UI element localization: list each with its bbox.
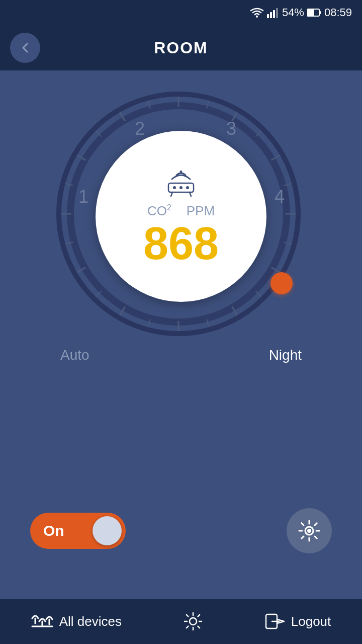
main-content: 1 2 3 4 (0, 70, 362, 599)
dial-number-1: 1 (78, 186, 88, 207)
logout-label: Logout (291, 614, 331, 629)
svg-line-33 (96, 131, 101, 136)
status-icons: 54% 08:59 (250, 6, 352, 19)
co2-label-row: CO2 PPM (147, 203, 215, 219)
svg-point-0 (256, 16, 258, 18)
svg-point-44 (307, 529, 311, 533)
nav-all-devices[interactable]: All devices (31, 612, 122, 630)
svg-rect-7 (319, 11, 321, 14)
dial-center: CO2 PPM 868 (96, 131, 266, 302)
mode-indicator-dot[interactable] (270, 272, 293, 294)
toggle-label: On (43, 522, 64, 539)
svg-rect-4 (276, 8, 278, 18)
svg-point-39 (179, 186, 183, 189)
svg-point-46 (190, 618, 197, 625)
time-display: 08:59 (324, 6, 352, 19)
svg-point-40 (186, 186, 189, 189)
wifi-icon (250, 7, 264, 18)
ppm-label: PPM (187, 203, 215, 219)
dial-number-4: 4 (275, 186, 285, 207)
co2-label: CO2 (147, 203, 171, 219)
dial-number-3: 3 (226, 118, 236, 139)
svg-line-27 (96, 291, 101, 296)
bottom-navigation: All devices Logout (0, 599, 362, 644)
dial-container: 1 2 3 4 (55, 91, 307, 342)
battery-percent: 54% (282, 6, 304, 19)
status-bar: 54% 08:59 (0, 0, 362, 25)
battery-icon (307, 7, 321, 18)
svg-line-15 (255, 131, 261, 136)
mode-labels: Auto Night (60, 347, 302, 363)
back-button[interactable] (10, 33, 40, 63)
nav-settings-icon (184, 612, 203, 631)
logout-icon (265, 612, 285, 630)
svg-point-36 (180, 171, 183, 173)
gear-icon (298, 519, 321, 542)
auto-mode-label[interactable]: Auto (60, 347, 89, 363)
svg-point-38 (173, 186, 176, 189)
svg-rect-2 (270, 12, 272, 18)
back-chevron-icon (18, 41, 32, 55)
co2-superscript: 2 (167, 203, 171, 212)
toggle-thumb (93, 516, 122, 545)
all-devices-icon (31, 612, 53, 630)
night-mode-label[interactable]: Night (269, 347, 302, 363)
nav-logout[interactable]: Logout (265, 612, 331, 630)
controls-section: On (0, 508, 362, 553)
router-icon (158, 167, 204, 199)
settings-button[interactable] (287, 508, 332, 553)
nav-settings[interactable] (184, 612, 203, 631)
co2-value: 868 (143, 221, 219, 266)
all-devices-label: All devices (59, 614, 122, 629)
page-title: ROOM (154, 39, 208, 57)
dial-number-2: 2 (135, 118, 145, 139)
toggle-container: On (30, 513, 126, 549)
router-svg (158, 167, 204, 197)
power-toggle[interactable]: On (30, 513, 126, 549)
app-header: ROOM (0, 25, 362, 70)
svg-rect-1 (267, 14, 269, 18)
svg-rect-3 (273, 10, 275, 18)
signal-icon (267, 7, 279, 18)
svg-rect-6 (308, 10, 314, 16)
svg-line-21 (255, 291, 261, 296)
